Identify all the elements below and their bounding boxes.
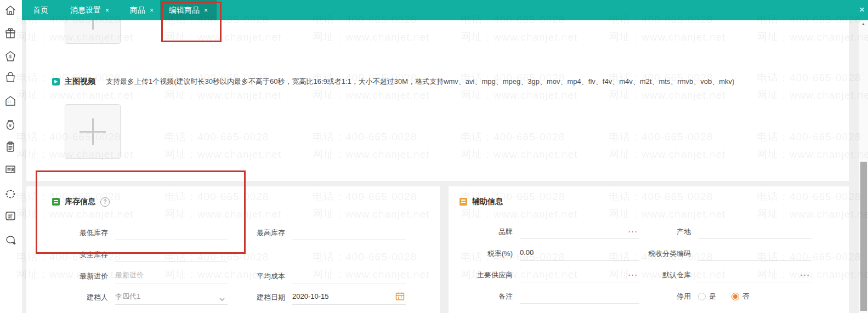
auxiliary-info-card: 辅助信息 品牌 ··· 税率(%) 0.00 主要供应商 ··· 备注 产地 税… xyxy=(449,186,849,313)
field-label: 税率(%) xyxy=(455,247,520,261)
tab-bar: 首页 消息设置× 商品× 编辑商品× xyxy=(22,0,868,20)
default-warehouse-input[interactable]: ··· xyxy=(698,268,812,282)
field-tax-rate: 税率(%) 0.00 xyxy=(455,244,639,261)
clipboard-icon[interactable] xyxy=(4,140,17,153)
svg-text:∷: ∷ xyxy=(8,99,11,105)
creator-value: 李四代1 xyxy=(115,292,140,300)
tab-home[interactable]: 首页 xyxy=(33,0,48,20)
field-default-warehouse: 默认仓库 ··· xyxy=(617,266,812,282)
app-window: $ ∷ ¥ 新 首页 消息设置× 商品× 编辑商品× × ▶ 主图视频 支持最多… xyxy=(0,0,868,313)
chevron-down-icon[interactable] xyxy=(219,294,225,300)
field-origin: 产地 xyxy=(617,223,812,239)
field-latest-price: 最新进价 最新进价 xyxy=(59,267,228,283)
create-date-value: 2020-10-15 xyxy=(292,292,329,300)
tab-message-settings[interactable]: 消息设置× xyxy=(70,0,109,20)
sync-icon[interactable] xyxy=(4,187,17,201)
max-stock-input[interactable] xyxy=(292,225,406,240)
field-safe-stock: 安全库存 xyxy=(59,246,228,262)
tab-close-icon[interactable]: × xyxy=(105,7,109,14)
scroll-up-icon[interactable]: ▲ xyxy=(859,22,868,26)
plus-icon xyxy=(80,20,106,30)
field-label: 最新进价 xyxy=(59,269,115,283)
field-label: 安全库存 xyxy=(59,248,115,262)
field-label: 最高库存 xyxy=(236,226,292,240)
tax-rate-value: 0.00 xyxy=(520,248,534,257)
min-stock-input[interactable] xyxy=(115,225,228,240)
media-section: ▶ 主图视频 支持最多上传1个视频(建议时长30秒以内最多不高于60秒，宽高比1… xyxy=(26,20,849,181)
placeholder-text: 最新进价 xyxy=(115,271,144,279)
new-badge-icon[interactable]: 新 xyxy=(4,209,17,223)
warehouse-icon[interactable]: ∷ xyxy=(4,94,17,107)
inventory-info-card: 库存信息 ? 最低库存 安全库存 最新进价 最新进价 建档人 李四代1 最高库存… xyxy=(26,186,440,313)
avg-cost-input[interactable] xyxy=(292,269,406,283)
radio-yes[interactable] xyxy=(698,293,706,300)
section-title: 辅助信息 xyxy=(472,197,503,207)
calendar-icon[interactable] xyxy=(395,292,405,301)
latest-price-input[interactable]: 最新进价 xyxy=(115,269,228,283)
disabled-radio-group: 是 否 xyxy=(698,289,762,304)
field-brand: 品牌 ··· xyxy=(455,223,639,239)
plus-icon xyxy=(80,118,106,145)
inventory-header: 库存信息 ? xyxy=(52,197,110,207)
radio-no[interactable] xyxy=(731,293,739,300)
chat-icon[interactable] xyxy=(4,234,17,247)
bag-icon[interactable] xyxy=(4,71,17,84)
creator-select[interactable]: 李四代1 xyxy=(115,290,228,305)
section-title: 库存信息 xyxy=(65,197,95,207)
field-disabled: 停用 是 否 xyxy=(617,287,762,304)
tax-code-input[interactable] xyxy=(698,246,812,261)
field-label: 平均成本 xyxy=(236,269,292,283)
field-avg-cost: 平均成本 xyxy=(236,267,406,283)
browse-ellipsis-icon[interactable]: ··· xyxy=(801,269,810,282)
radio-no-label: 否 xyxy=(742,289,750,304)
svg-text:$: $ xyxy=(9,54,12,59)
field-creator: 建档人 李四代1 xyxy=(59,288,228,305)
field-label: 最低库存 xyxy=(59,226,115,240)
field-tax-code: 税收分类编码 xyxy=(617,244,812,261)
contact-card-icon[interactable] xyxy=(4,163,17,176)
scrollbar-thumb[interactable] xyxy=(860,162,867,311)
tab-edit-product[interactable]: 编辑商品× xyxy=(160,0,217,20)
home-icon[interactable] xyxy=(4,4,17,17)
svg-text:¥: ¥ xyxy=(8,123,12,128)
main-video-header: ▶ 主图视频 支持最多上传1个视频(建议时长30秒以内最多不高于60秒，宽高比1… xyxy=(52,77,734,87)
field-min-stock: 最低库存 xyxy=(59,224,228,240)
help-icon[interactable]: ? xyxy=(100,197,110,207)
auxiliary-form-icon xyxy=(459,198,467,206)
field-label: 备注 xyxy=(455,289,520,304)
safe-stock-input[interactable] xyxy=(115,247,228,262)
video-play-icon: ▶ xyxy=(52,78,60,86)
tab-close-icon[interactable]: × xyxy=(150,7,154,14)
field-remark: 备注 xyxy=(455,287,639,304)
field-label: 税收分类编码 xyxy=(617,247,698,261)
radio-yes-label: 是 xyxy=(709,289,716,304)
tab-products[interactable]: 商品× xyxy=(130,0,154,20)
origin-input[interactable] xyxy=(698,224,812,239)
store-dollar-icon[interactable]: $ xyxy=(4,50,17,63)
field-label: 产地 xyxy=(617,225,698,239)
field-label: 建档日期 xyxy=(236,291,292,305)
video-upload-hint: 支持最多上传1个视频(建议时长30秒以内最多不高于60秒，宽高比16:9或者1:… xyxy=(106,77,734,87)
field-label: 主要供应商 xyxy=(455,268,520,282)
money-bag-icon[interactable]: ¥ xyxy=(4,118,17,132)
inventory-cabinet-icon xyxy=(52,198,60,206)
field-label: 建档人 xyxy=(59,291,115,305)
close-icon[interactable]: × xyxy=(859,0,865,20)
field-label: 默认仓库 xyxy=(617,268,698,282)
field-label: 品牌 xyxy=(455,225,520,239)
tab-close-icon[interactable]: × xyxy=(204,7,208,14)
image-upload-box[interactable] xyxy=(65,20,121,44)
create-date-input[interactable]: 2020-10-15 xyxy=(292,290,406,305)
sidebar: $ ∷ ¥ 新 xyxy=(0,0,22,313)
video-upload-box[interactable] xyxy=(65,104,121,159)
field-create-date: 建档日期 2020-10-15 xyxy=(236,288,406,305)
section-title: 主图视频 xyxy=(65,77,95,87)
field-max-stock: 最高库存 xyxy=(236,224,406,240)
auxiliary-header: 辅助信息 xyxy=(459,197,503,207)
field-label: 停用 xyxy=(617,289,698,304)
svg-text:新: 新 xyxy=(8,214,13,219)
field-supplier: 主要供应商 ··· xyxy=(455,266,639,282)
gift-icon[interactable] xyxy=(4,27,17,40)
